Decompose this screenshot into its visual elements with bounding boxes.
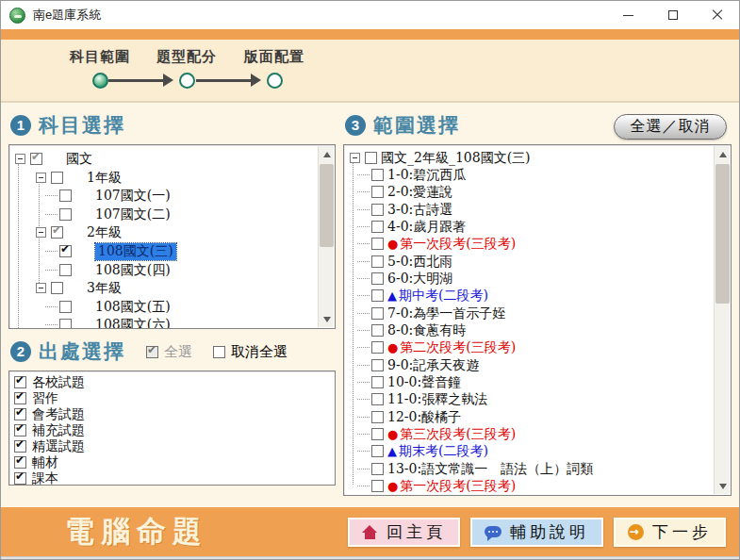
minimize-button[interactable] <box>606 1 650 29</box>
checkbox-deselect-all[interactable] <box>213 346 225 358</box>
checkbox-unchecked[interactable] <box>59 301 72 313</box>
checkbox-unchecked[interactable] <box>51 172 63 184</box>
exam-circle-icon: ● <box>387 237 398 251</box>
tree-item[interactable]: 11-0:張釋之執法 <box>346 390 713 408</box>
list-item[interactable]: 習作 <box>14 390 330 406</box>
checkbox-unchecked[interactable] <box>371 289 384 302</box>
tree-item[interactable]: 108國文(四) <box>11 261 317 279</box>
collapse-icon[interactable] <box>350 153 360 163</box>
help-button[interactable]: 輔助說明 <box>470 518 603 547</box>
checkbox-unchecked[interactable] <box>365 152 377 164</box>
scroll-up-button[interactable] <box>319 146 335 162</box>
checkbox-unchecked[interactable] <box>371 238 384 250</box>
tree-root-item[interactable]: 國文_2年級_108國文(三) <box>346 149 713 167</box>
deselect-all-option[interactable]: 取消全選 <box>213 343 288 361</box>
tree-item[interactable]: 107國文(二) <box>11 206 317 223</box>
close-button[interactable] <box>695 1 739 29</box>
checkbox-unchecked[interactable] <box>371 186 384 198</box>
tree-item[interactable]: 1-0:碧沉西瓜 <box>346 166 713 184</box>
tree-item[interactable]: 2年級 <box>11 223 317 241</box>
tree-item[interactable]: 107國文(一) <box>11 187 317 205</box>
tree-item[interactable]: 108國文(六) <box>11 316 317 329</box>
list-item[interactable]: 會考試題 <box>14 406 330 422</box>
checkbox-unchecked[interactable] <box>371 411 384 423</box>
tree-item-exam[interactable]: ● 第三次段考(三段考) <box>346 425 713 443</box>
checkbox-partial[interactable] <box>51 226 63 239</box>
checkbox-partial[interactable] <box>30 153 42 165</box>
checkbox-unchecked[interactable] <box>371 272 384 285</box>
checkbox-unchecked[interactable] <box>371 463 384 475</box>
checkbox-checked[interactable] <box>14 456 26 469</box>
tree-item[interactable]: 6-0:大明湖 <box>346 270 713 288</box>
checkbox-unchecked[interactable] <box>59 189 72 202</box>
toggle-select-all-button[interactable]: 全選／取消 <box>614 114 727 140</box>
tree-item-midterm[interactable]: ▲ 期末考(二段考) <box>346 442 713 460</box>
checkbox-unchecked[interactable] <box>371 221 384 233</box>
tree-item-exam[interactable]: ● 第二次段考(三段考) <box>346 338 713 356</box>
checkbox-unchecked[interactable] <box>51 282 63 294</box>
scroll-up-button[interactable] <box>715 146 731 162</box>
list-item[interactable]: 精選試題 <box>14 438 330 454</box>
tree-item[interactable]: 5-0:西北雨 <box>346 253 713 271</box>
checkbox-unchecked[interactable] <box>59 264 72 276</box>
checkbox-unchecked[interactable] <box>371 393 384 405</box>
scrollbar-thumb[interactable] <box>715 164 730 304</box>
collapse-icon[interactable] <box>15 154 25 164</box>
checkbox-unchecked[interactable] <box>371 307 384 320</box>
tree-item[interactable]: 9-0:記承天夜遊 <box>346 356 713 374</box>
tree-item[interactable]: 2-0:愛蓮說 <box>346 183 713 201</box>
range-tree-scrollbar[interactable] <box>714 146 730 494</box>
tree-item-midterm[interactable]: ▲ 期中考(二段考) <box>346 287 713 305</box>
checkbox-checked[interactable] <box>14 408 26 420</box>
tree-item[interactable]: 108國文(五) <box>11 298 317 316</box>
select-all-label: 全選 <box>164 343 192 361</box>
checkbox-checked[interactable] <box>14 392 26 404</box>
tree-item[interactable]: 國文 <box>11 150 317 168</box>
checkbox-checked[interactable] <box>14 424 26 436</box>
tree-item[interactable]: 4-0:歲月跟著 <box>346 218 713 236</box>
list-item[interactable]: 輔材 <box>14 454 330 470</box>
checkbox-unchecked[interactable] <box>371 204 384 216</box>
list-item[interactable]: 各校試題 <box>14 374 330 390</box>
scroll-down-button[interactable] <box>715 478 731 494</box>
checkbox-select-all[interactable] <box>146 346 158 358</box>
collapse-icon[interactable] <box>36 173 46 183</box>
tree-item-exam[interactable]: ● 第一次段考(三段考) <box>346 477 713 495</box>
tree-item[interactable]: 8-0:食蔥有時 <box>346 321 713 339</box>
tree-item[interactable]: 7-0:為學一首示子姪 <box>346 305 713 322</box>
checkbox-checked[interactable] <box>14 440 26 453</box>
checkbox-checked[interactable] <box>14 376 26 388</box>
maximize-button[interactable] <box>650 1 695 29</box>
checkbox-checked[interactable] <box>14 472 26 485</box>
checkbox-checked[interactable] <box>59 245 72 257</box>
checkbox-unchecked[interactable] <box>59 208 72 221</box>
checkbox-unchecked[interactable] <box>371 169 384 181</box>
home-button[interactable]: 回主頁 <box>348 518 460 547</box>
tree-item[interactable]: 13-0:語文常識一 語法（上）詞類 <box>346 460 713 478</box>
list-item[interactable]: 課本 <box>14 470 330 486</box>
tree-item-exam[interactable]: ● 第一次段考(三段考) <box>346 235 713 253</box>
tree-item[interactable]: 3-0:古詩選 <box>346 201 713 219</box>
collapse-icon[interactable] <box>36 283 46 293</box>
checkbox-unchecked[interactable] <box>371 376 384 388</box>
scroll-down-button[interactable] <box>319 311 335 327</box>
tree-item-selected[interactable]: 108國文(三) <box>11 242 317 260</box>
tree-item[interactable]: 10-0:聲音鐘 <box>346 373 713 391</box>
checkbox-unchecked[interactable] <box>371 324 384 337</box>
tree-item[interactable]: 3年級 <box>11 279 317 297</box>
checkbox-unchecked[interactable] <box>371 255 384 268</box>
tree-item[interactable]: 1年級 <box>11 169 317 187</box>
select-all-option[interactable]: 全選 <box>146 343 192 361</box>
scrollbar-thumb[interactable] <box>320 164 334 247</box>
checkbox-unchecked[interactable] <box>371 445 384 457</box>
next-step-button[interactable]: 下一步 <box>614 518 726 547</box>
tree-item[interactable]: 12-0:酸橘子 <box>346 408 713 426</box>
checkbox-unchecked[interactable] <box>59 319 72 329</box>
checkbox-unchecked[interactable] <box>371 428 384 440</box>
list-item[interactable]: 補充試題 <box>14 422 330 438</box>
subject-tree-scrollbar[interactable] <box>318 146 334 327</box>
checkbox-unchecked[interactable] <box>371 359 384 371</box>
collapse-icon[interactable] <box>36 227 46 238</box>
checkbox-unchecked[interactable] <box>371 480 384 492</box>
checkbox-unchecked[interactable] <box>371 341 384 354</box>
